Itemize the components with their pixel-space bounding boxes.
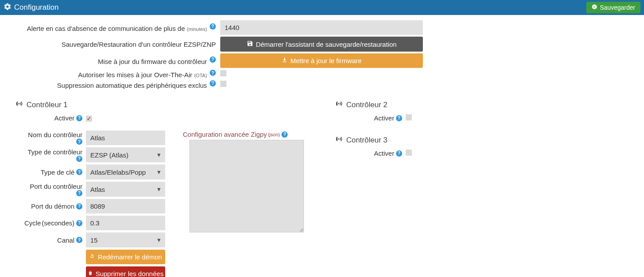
help-icon[interactable]: ? (210, 80, 216, 86)
help-icon[interactable]: ? (76, 169, 82, 175)
c1-key-label: Type de clé (41, 168, 74, 176)
help-icon[interactable]: ? (76, 237, 82, 243)
chevron-down-icon: ▾ (157, 236, 161, 244)
save-button[interactable]: Sauvegarder (586, 2, 640, 13)
c1-activate-label: Activer (54, 114, 74, 122)
check-circle-icon (592, 4, 597, 11)
help-icon[interactable]: ? (210, 23, 216, 30)
c1-port-daemon-input[interactable] (86, 199, 165, 213)
c1-port-daemon-label: Port du démon (31, 202, 74, 210)
help-icon[interactable]: ? (396, 115, 402, 121)
advanced-config-label: Configuration avancée Zigpy (json) ? (183, 131, 304, 138)
chevron-down-icon: ▾ (157, 151, 161, 159)
broadcast-icon (335, 135, 343, 145)
help-icon[interactable]: ? (76, 138, 82, 145)
controller-1-heading: Contrôleur 1 (15, 100, 329, 110)
firmware-update-button[interactable]: Mettre à jour le firmware (220, 53, 423, 68)
help-icon[interactable]: ? (76, 220, 82, 226)
c1-name-input[interactable] (86, 131, 165, 145)
ota-label: Autoriser les mises à jour Over-The-Air … (9, 70, 220, 79)
download-icon (281, 57, 288, 64)
c1-channel-label: Canal (57, 236, 74, 244)
c1-name-label: Nom du contrôleur (28, 131, 82, 138)
controller-2-heading: Contrôleur 2 (335, 100, 635, 110)
c1-cycle-label: Cycle (24, 219, 41, 227)
help-icon[interactable]: ? (76, 190, 82, 196)
cogs-icon (4, 3, 11, 13)
help-icon[interactable]: ? (281, 131, 288, 138)
backup-restore-button[interactable]: Démarrer l'assistant de sauvegarde/resta… (220, 37, 423, 52)
trash-icon (88, 270, 93, 277)
backup-restore-label: Sauvegarde/Restauration d'un contrôleur … (9, 41, 220, 48)
c3-activate-label: Activer (374, 150, 394, 157)
page-header: Configuration Sauvegarder (0, 0, 644, 15)
auto-delete-checkbox[interactable] (220, 81, 226, 87)
c1-type-select[interactable]: EZSP (Atlas)▾ (86, 147, 165, 162)
help-icon[interactable]: ? (210, 56, 216, 63)
c2-activate-checkbox[interactable] (406, 114, 412, 120)
c1-port-ctrl-label: Port du contrôleur (30, 183, 82, 190)
chevron-down-icon: ▾ (157, 185, 161, 193)
broadcast-icon (335, 100, 343, 110)
alert-timeout-input[interactable] (220, 20, 423, 35)
chevron-down-icon: ▾ (157, 168, 161, 176)
restart-daemon-button[interactable]: Redémarrer le démon (86, 250, 165, 264)
c1-channel-select[interactable]: 15▾ (86, 232, 165, 247)
alert-timeout-label: Alerte en cas d'absence de communication… (9, 23, 220, 32)
refresh-icon (89, 253, 95, 261)
help-icon[interactable]: ? (76, 156, 82, 162)
advanced-config-textarea[interactable] (189, 140, 304, 232)
help-icon[interactable]: ? (210, 70, 216, 76)
help-icon[interactable]: ? (76, 115, 82, 121)
delete-data-button[interactable]: Supprimer les données (86, 266, 165, 277)
broadcast-icon (15, 100, 23, 110)
auto-delete-label: Suppression automatique des périphérique… (9, 80, 220, 89)
page-title: Configuration (14, 3, 59, 12)
firmware-update-label: Mise à jour du firmware du contrôleur ? (9, 56, 220, 65)
c1-port-ctrl-select[interactable]: Atlas▾ (86, 182, 165, 197)
c1-type-label: Type de contrôleur (28, 148, 82, 156)
c3-activate-checkbox[interactable] (406, 150, 412, 156)
c1-key-select[interactable]: Atlas/Elelabs/Popp▾ (86, 165, 165, 180)
c1-activate-checkbox[interactable]: ✓ (86, 116, 92, 122)
ota-checkbox[interactable] (220, 70, 226, 76)
help-icon[interactable]: ? (396, 150, 402, 157)
c2-activate-label: Activer (374, 114, 394, 122)
save-icon (247, 40, 253, 48)
c1-cycle-input[interactable] (86, 216, 165, 230)
help-icon[interactable]: ? (76, 203, 82, 210)
controller-3-heading: Contrôleur 3 (335, 135, 635, 145)
